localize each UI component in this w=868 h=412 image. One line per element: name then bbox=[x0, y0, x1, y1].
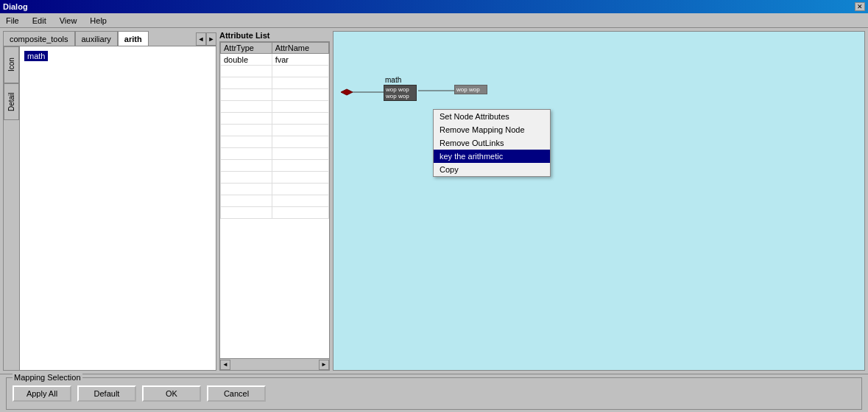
attr-cell-10-1 bbox=[272, 172, 328, 184]
attr-row-2[interactable] bbox=[221, 77, 329, 89]
attr-cell-2-1 bbox=[272, 77, 328, 89]
tab-nav-buttons: ◄ ► bbox=[196, 32, 216, 46]
attr-cell-9-0 bbox=[221, 160, 272, 172]
cancel-button[interactable]: Cancel bbox=[207, 385, 266, 402]
attr-row-7[interactable] bbox=[221, 136, 329, 148]
scroll-left-btn[interactable]: ◄ bbox=[220, 360, 230, 370]
attr-row-8[interactable] bbox=[221, 148, 329, 160]
menu-help[interactable]: Help bbox=[87, 15, 110, 26]
tabs-container: composite_tools auxiliary arith ◄ ► bbox=[3, 31, 216, 46]
ctx-remove-outlinks[interactable]: Remove OutLinks bbox=[434, 136, 550, 150]
math-node-label[interactable]: math bbox=[24, 51, 48, 61]
tree-node-math: math bbox=[23, 49, 213, 63]
diagram-area: math wop wop wop wop wop wop Set Node At… bbox=[334, 32, 864, 370]
default-button[interactable]: Default bbox=[77, 385, 136, 402]
tab-nav-prev[interactable]: ◄ bbox=[196, 32, 206, 46]
tree-area: math bbox=[20, 46, 216, 370]
attr-cell-4-1 bbox=[272, 101, 328, 113]
attr-cell-8-1 bbox=[272, 148, 328, 160]
menu-file[interactable]: File bbox=[3, 15, 22, 26]
attr-cell-12-1 bbox=[272, 195, 328, 207]
attr-row-3[interactable] bbox=[221, 89, 329, 101]
tab-composite-tools[interactable]: composite_tools bbox=[3, 31, 75, 46]
attr-cell-5-0 bbox=[221, 113, 272, 125]
ctx-copy[interactable]: Copy bbox=[434, 163, 550, 176]
side-buttons: Icon Detail bbox=[4, 46, 20, 370]
menu-view[interactable]: View bbox=[57, 15, 80, 26]
col-attr-name: AttrName bbox=[272, 43, 328, 54]
attr-cell-10-0 bbox=[221, 172, 272, 184]
attr-row-13[interactable] bbox=[221, 207, 329, 219]
ok-button[interactable]: OK bbox=[142, 385, 201, 402]
icon-side-button[interactable]: Icon bbox=[4, 46, 19, 83]
tab-auxiliary[interactable]: auxiliary bbox=[75, 31, 118, 46]
attr-row-5[interactable] bbox=[221, 113, 329, 125]
scroll-right-btn[interactable]: ► bbox=[319, 360, 329, 370]
math-label: math bbox=[385, 76, 401, 84]
tab-nav-next[interactable]: ► bbox=[206, 32, 216, 46]
main-content: composite_tools auxiliary arith ◄ ► Icon… bbox=[0, 28, 868, 374]
node-block-right: wop wop bbox=[454, 85, 487, 94]
node-block-left-row1: wop wop bbox=[386, 86, 414, 93]
tab-arith[interactable]: arith bbox=[118, 31, 149, 46]
connector-svg bbox=[334, 32, 864, 370]
attr-row-11[interactable] bbox=[221, 184, 329, 195]
ctx-remove-mapping-node[interactable]: Remove Mapping Node bbox=[434, 123, 550, 136]
menu-edit[interactable]: Edit bbox=[29, 15, 49, 26]
attr-cell-7-0 bbox=[221, 136, 272, 148]
attr-cell-1-0 bbox=[221, 66, 272, 77]
svg-marker-0 bbox=[341, 89, 353, 95]
context-menu: Set Node Attributes Remove Mapping Node … bbox=[433, 109, 551, 177]
mapping-selection-group: Mapping Selection Apply All Default OK C… bbox=[6, 377, 862, 410]
col-attr-type: AttrType bbox=[221, 43, 272, 54]
attr-row-4[interactable] bbox=[221, 101, 329, 113]
window-title: Dialog bbox=[3, 2, 28, 11]
attr-cell-1-1 bbox=[272, 66, 328, 77]
attr-list-header: Attribute List bbox=[219, 31, 330, 40]
ctx-key-arithmetic[interactable]: key the arithmetic bbox=[434, 150, 550, 163]
attr-row-0[interactable]: doublefvar bbox=[221, 54, 329, 66]
content-area: composite_tools auxiliary arith ◄ ► Icon… bbox=[0, 28, 868, 374]
attr-row-1[interactable] bbox=[221, 66, 329, 77]
attr-cell-9-1 bbox=[272, 160, 328, 172]
middle-panel: Attribute List AttrType AttrName doublef… bbox=[219, 31, 330, 371]
attr-cell-11-0 bbox=[221, 184, 272, 195]
attr-cell-13-1 bbox=[272, 207, 328, 219]
attr-scrollbar: ◄ ► bbox=[219, 359, 330, 371]
bottom-bar: Mapping Selection Apply All Default OK C… bbox=[0, 374, 868, 412]
node-block-left: wop wop wop wop bbox=[384, 85, 417, 101]
attr-cell-8-0 bbox=[221, 148, 272, 160]
node-connection-svg bbox=[418, 83, 455, 98]
attr-cell-5-1 bbox=[272, 113, 328, 125]
attr-row-10[interactable] bbox=[221, 172, 329, 184]
attr-row-9[interactable] bbox=[221, 160, 329, 172]
right-panel: math wop wop wop wop wop wop Set Node At… bbox=[333, 31, 865, 371]
attr-cell-12-0 bbox=[221, 195, 272, 207]
attr-cell-2-0 bbox=[221, 77, 272, 89]
scroll-track bbox=[230, 362, 319, 368]
attr-cell-3-1 bbox=[272, 89, 328, 101]
attr-cell-6-1 bbox=[272, 125, 328, 136]
attr-cell-3-0 bbox=[221, 89, 272, 101]
attr-cell-11-1 bbox=[272, 184, 328, 195]
attr-table: AttrType AttrName doublefvar bbox=[220, 42, 329, 219]
attr-cell-4-0 bbox=[221, 101, 272, 113]
ctx-set-node-attrs[interactable]: Set Node Attributes bbox=[434, 110, 550, 123]
attr-cell-7-1 bbox=[272, 136, 328, 148]
detail-side-button[interactable]: Detail bbox=[4, 83, 19, 120]
node-block-left-row2: wop wop bbox=[386, 93, 414, 99]
close-button[interactable]: ✕ bbox=[855, 2, 865, 11]
title-bar: Dialog ✕ bbox=[0, 0, 868, 13]
left-with-sidebar: Icon Detail math bbox=[3, 46, 216, 371]
menu-bar: File Edit View Help bbox=[0, 13, 868, 28]
attr-row-6[interactable] bbox=[221, 125, 329, 136]
attr-row-12[interactable] bbox=[221, 195, 329, 207]
attr-table-container: AttrType AttrName doublefvar bbox=[219, 41, 330, 359]
attr-cell-6-0 bbox=[221, 125, 272, 136]
mapping-group-label: Mapping Selection bbox=[13, 373, 82, 382]
left-panel: composite_tools auxiliary arith ◄ ► Icon… bbox=[3, 31, 216, 371]
attr-cell-0-0: double bbox=[221, 54, 272, 66]
node-block-right-row1: wop wop bbox=[456, 86, 485, 93]
attr-cell-0-1: fvar bbox=[272, 54, 328, 66]
apply-all-button[interactable]: Apply All bbox=[13, 385, 71, 402]
